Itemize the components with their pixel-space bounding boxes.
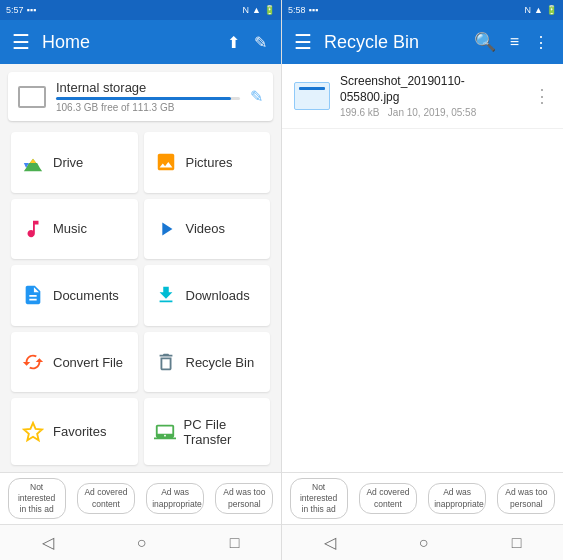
status-time-left: 5:57 ▪▪▪ <box>6 5 36 15</box>
left-recent-button[interactable]: □ <box>218 530 252 556</box>
left-back-button[interactable]: ◁ <box>30 529 66 556</box>
left-ad-chip-1[interactable]: Not interested in this ad <box>8 478 66 519</box>
file-size: 199.6 kB <box>340 107 379 118</box>
right-menu-icon[interactable]: ☰ <box>294 30 312 54</box>
music-label: Music <box>53 221 87 236</box>
grid-item-documents[interactable]: Documents <box>11 265 138 326</box>
left-ad-chip-3[interactable]: Ad was inappropriate <box>146 483 204 513</box>
right-ad-chip-2[interactable]: Ad covered content <box>359 483 417 513</box>
home-grid: Drive Pictures Music Videos Documents <box>0 125 281 472</box>
favorites-label: Favorites <box>53 424 106 439</box>
file-name: Screenshot_20190110-055800.jpg <box>340 74 523 105</box>
right-filter-button[interactable]: ≡ <box>508 29 521 55</box>
left-panel: 5:57 ▪▪▪ N ▲ 🔋 ☰ Home ⬆ ✎ Internal stora… <box>0 0 281 560</box>
videos-icon <box>154 217 178 241</box>
left-title: Home <box>42 32 213 53</box>
file-date: Jan 10, 2019, 05:58 <box>388 107 476 118</box>
file-info: Screenshot_20190110-055800.jpg 199.6 kB … <box>340 74 523 118</box>
right-top-actions: 🔍 ≡ ⋮ <box>472 29 551 55</box>
pc-file-transfer-label: PC File Transfer <box>184 417 261 447</box>
right-time: 5:58 <box>288 5 306 15</box>
downloads-label: Downloads <box>186 288 250 303</box>
left-status-right: N ▲ 🔋 <box>243 5 275 15</box>
right-panel: 5:58 ▪▪▪ N ▲ 🔋 ☰ Recycle Bin 🔍 ≡ ⋮ Scree… <box>281 0 563 560</box>
storage-text: Internal storage 106.3 GB free of 111.3 … <box>56 80 240 113</box>
convert-file-label: Convert File <box>53 355 123 370</box>
recycle-bin-icon <box>154 350 178 374</box>
recycle-bin-label: Recycle Bin <box>186 355 255 370</box>
pictures-icon <box>154 150 178 174</box>
right-ad-chip-4[interactable]: Ad was too personal <box>497 483 555 513</box>
upload-button[interactable]: ⬆ <box>225 31 242 54</box>
left-status-icons: ▪▪▪ <box>27 5 37 15</box>
recycle-bin-file-list: Screenshot_20190110-055800.jpg 199.6 kB … <box>282 64 563 472</box>
file-item[interactable]: Screenshot_20190110-055800.jpg 199.6 kB … <box>282 64 563 129</box>
file-more-button[interactable]: ⋮ <box>533 85 551 107</box>
right-ad-chip-1[interactable]: Not interested in this ad <box>290 478 348 519</box>
right-status-icons: ▪▪▪ <box>309 5 319 15</box>
grid-item-convert-file[interactable]: Convert File <box>11 332 138 393</box>
right-ad-chip-3[interactable]: Ad was inappropriate <box>428 483 486 513</box>
storage-bar-bg <box>56 97 240 100</box>
videos-label: Videos <box>186 221 226 236</box>
grid-item-pictures[interactable]: Pictures <box>144 132 271 193</box>
pictures-label: Pictures <box>186 155 233 170</box>
grid-item-downloads[interactable]: Downloads <box>144 265 271 326</box>
left-top-bar: ☰ Home ⬆ ✎ <box>0 20 281 64</box>
favorites-icon <box>21 420 45 444</box>
right-search-button[interactable]: 🔍 <box>472 29 498 55</box>
grid-item-videos[interactable]: Videos <box>144 199 271 260</box>
right-recent-button[interactable]: □ <box>500 530 534 556</box>
documents-label: Documents <box>53 288 119 303</box>
left-menu-icon[interactable]: ☰ <box>12 30 30 54</box>
storage-name: Internal storage <box>56 80 240 95</box>
convert-file-icon <box>21 350 45 374</box>
drive-icon <box>21 150 45 174</box>
storage-box[interactable]: Internal storage 106.3 GB free of 111.3 … <box>8 72 273 121</box>
right-title: Recycle Bin <box>324 32 460 53</box>
left-ad-bar: Not interested in this ad Ad covered con… <box>0 472 281 524</box>
storage-icon <box>18 86 46 108</box>
pc-transfer-icon <box>154 420 176 444</box>
grid-item-recycle-bin[interactable]: Recycle Bin <box>144 332 271 393</box>
downloads-icon <box>154 283 178 307</box>
left-ad-chip-2[interactable]: Ad covered content <box>77 483 135 513</box>
left-nav-bar: ◁ ○ □ <box>0 524 281 560</box>
file-meta: 199.6 kB Jan 10, 2019, 05:58 <box>340 107 523 118</box>
right-ad-bar: Not interested in this ad Ad covered con… <box>282 472 563 524</box>
music-icon <box>21 217 45 241</box>
left-top-actions: ⬆ ✎ <box>225 31 269 54</box>
right-home-button[interactable]: ○ <box>407 530 441 556</box>
grid-item-drive[interactable]: Drive <box>11 132 138 193</box>
drive-label: Drive <box>53 155 83 170</box>
grid-item-favorites[interactable]: Favorites <box>11 398 138 465</box>
storage-free: 106.3 GB free of 111.3 GB <box>56 102 240 113</box>
documents-icon <box>21 283 45 307</box>
right-back-button[interactable]: ◁ <box>312 529 348 556</box>
right-nav-bar: ◁ ○ □ <box>282 524 563 560</box>
storage-edit-icon[interactable]: ✎ <box>250 87 263 106</box>
file-thumbnail <box>294 82 330 110</box>
right-status-bar: 5:58 ▪▪▪ N ▲ 🔋 <box>282 0 563 20</box>
right-more-button[interactable]: ⋮ <box>531 29 551 55</box>
grid-item-pc-file-transfer[interactable]: PC File Transfer <box>144 398 271 465</box>
right-top-bar: ☰ Recycle Bin 🔍 ≡ ⋮ <box>282 20 563 64</box>
edit-button[interactable]: ✎ <box>252 31 269 54</box>
left-time: 5:57 <box>6 5 24 15</box>
left-ad-chip-4[interactable]: Ad was too personal <box>215 483 273 513</box>
storage-bar-fill <box>56 97 231 100</box>
grid-item-music[interactable]: Music <box>11 199 138 260</box>
file-thumb-bar <box>299 87 325 90</box>
left-status-bar: 5:57 ▪▪▪ N ▲ 🔋 <box>0 0 281 20</box>
left-home-button[interactable]: ○ <box>125 530 159 556</box>
